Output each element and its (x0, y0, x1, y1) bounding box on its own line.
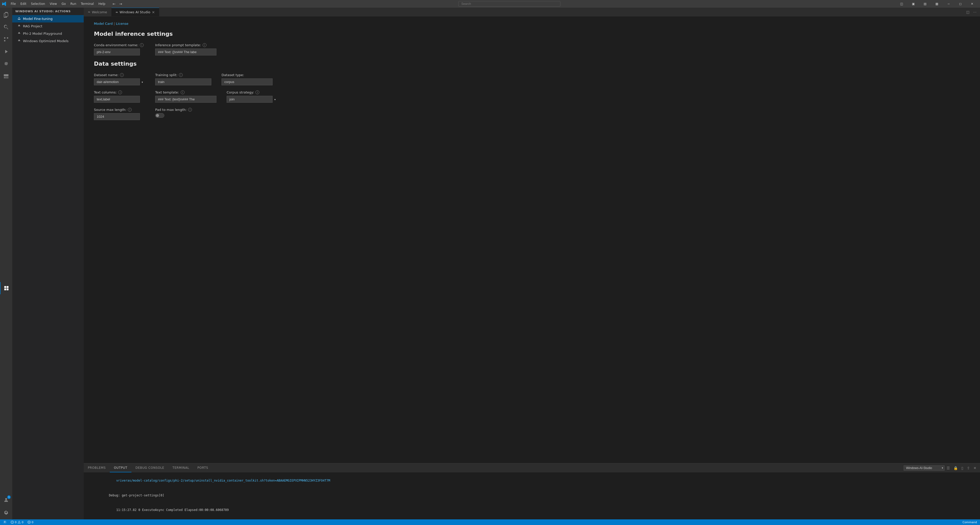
menu-terminal[interactable]: Terminal (79, 2, 96, 6)
menu-run[interactable]: Run (68, 2, 78, 6)
maximize-panel-button[interactable]: ⇧ (966, 465, 972, 471)
corpus-strategy-info-icon[interactable]: i (256, 91, 259, 94)
info-count: 0 (32, 521, 33, 524)
lock-output-button[interactable]: 🔒 (952, 465, 959, 471)
conda-env-group: Conda environment name: i (94, 43, 145, 56)
status-command[interactable]: Command (961, 521, 978, 524)
source-max-length-info-icon[interactable]: i (128, 108, 132, 112)
restore-button[interactable]: ◻ (955, 0, 966, 8)
account-badge: 1 (7, 495, 11, 499)
sidebar-label-rag-project: RAG Project (23, 24, 42, 28)
activity-source-control[interactable] (0, 33, 12, 45)
activity-search[interactable] (0, 21, 12, 33)
dataset-name-info-icon[interactable]: i (120, 73, 124, 77)
activity-remote-explorer[interactable] (0, 70, 12, 82)
split-editor-right-button[interactable]: ◫ (965, 9, 971, 15)
conda-env-input[interactable] (94, 48, 140, 56)
status-errors[interactable]: 0 0 (10, 519, 24, 525)
vscode-logo-icon (2, 2, 6, 6)
editor-area: ≈ Welcome ≈ Windows AI Studio ✕ ◫ ⋯ Mode… (84, 8, 980, 519)
dataset-type-group: Dataset type: (221, 73, 272, 85)
more-actions-button[interactable]: ⋯ (972, 9, 978, 15)
corpus-strategy-select[interactable]: join split (227, 96, 272, 103)
split-editor-button[interactable]: ▤ (919, 0, 931, 8)
status-remote[interactable] (2, 519, 8, 525)
inference-prompt-input[interactable] (155, 48, 216, 56)
breadcrumb: Model Card | License (94, 22, 970, 26)
activity-settings[interactable] (0, 506, 12, 519)
menu-edit[interactable]: Edit (18, 2, 28, 6)
sidebar-item-model-finetuning[interactable]: Model Fine-tuning (12, 15, 84, 22)
text-columns-info-icon[interactable]: i (118, 91, 122, 94)
copy-output-button[interactable]: ▯ (960, 465, 965, 471)
breadcrumb-model-card[interactable]: Model Card (94, 22, 113, 26)
close-panel-button[interactable]: ✕ (972, 465, 978, 471)
panel-tab-terminal[interactable]: TERMINAL (169, 463, 193, 472)
status-warnings[interactable]: 0 (27, 519, 35, 525)
panel-tab-problems[interactable]: PROBLEMS (84, 463, 110, 472)
sidebar-item-windows-models[interactable]: Windows Optimized Models (12, 37, 84, 45)
editor-layout-button[interactable]: ▣ (907, 0, 919, 8)
welcome-tab-icon: ≈ (88, 10, 90, 14)
windows-models-icon (18, 39, 21, 43)
tab-bar: ≈ Welcome ≈ Windows AI Studio ✕ ◫ ⋯ (84, 8, 980, 17)
tab-windows-ai-studio[interactable]: ≈ Windows AI Studio ✕ (111, 8, 159, 16)
menu-file[interactable]: File (9, 2, 18, 6)
menu-go[interactable]: Go (59, 2, 68, 6)
activity-account[interactable]: 1 (0, 494, 12, 506)
activity-run[interactable] (0, 45, 12, 58)
log-info-text-2: 11:15:27.82 0 ExecuteAsync Completed Ela… (109, 508, 229, 512)
sidebar-label-model-finetuning: Model Fine-tuning (23, 17, 52, 21)
dataset-name-select[interactable]: dair-ai/emotion (94, 78, 140, 85)
source-max-length-group: Source max length: i (94, 108, 145, 120)
output-selector[interactable]: Windows-AI-Studio (904, 466, 945, 471)
menu-help[interactable]: Help (97, 2, 107, 6)
nav-back-button[interactable]: ← (111, 1, 117, 6)
close-button[interactable]: ✕ (966, 0, 978, 8)
dataset-type-input[interactable] (221, 78, 272, 85)
sidebar-toggle-button[interactable]: ◫ (896, 0, 907, 8)
panel-tab-ports[interactable]: PORTS (193, 463, 212, 472)
tab-welcome[interactable]: ≈ Welcome (84, 8, 111, 16)
text-template-input[interactable] (155, 96, 216, 103)
training-split-label: Training split: i (155, 73, 211, 77)
pad-to-max-length-toggle[interactable] (155, 113, 164, 118)
conda-env-info-icon[interactable]: i (140, 43, 144, 47)
breadcrumb-license[interactable]: License (116, 22, 128, 26)
sidebar-label-phi2-playground: Phi-2 Model Playground (23, 32, 62, 35)
customize-layout-button[interactable]: ▦ (931, 0, 943, 8)
search-input[interactable] (458, 1, 560, 6)
svg-point-14 (19, 32, 20, 33)
editor-content[interactable]: Model Card | License Model inference set… (84, 17, 980, 463)
sidebar-item-rag-project[interactable]: RAG Project (12, 22, 84, 30)
dataset-name-select-wrapper: dair-ai/emotion ▾ (94, 78, 145, 85)
activity-extensions[interactable] (0, 58, 12, 70)
minimize-button[interactable]: − (943, 0, 955, 8)
svg-point-0 (4, 40, 6, 41)
svg-point-2 (4, 37, 6, 39)
windows-ai-studio-tab-icon: ≈ (116, 11, 118, 14)
activity-windows-ai-studio[interactable] (0, 282, 12, 294)
nav-forward-button[interactable]: → (118, 1, 123, 6)
source-max-length-input[interactable] (94, 113, 140, 120)
svg-point-12 (19, 18, 20, 18)
tab-close-button[interactable]: ✕ (152, 10, 155, 14)
training-split-input[interactable] (155, 78, 211, 85)
training-split-info-icon[interactable]: i (179, 73, 183, 77)
title-bar: File Edit Selection View Go Run Terminal… (0, 0, 980, 8)
pad-to-max-length-label: Pad to max length: i (155, 108, 206, 112)
text-template-info-icon[interactable]: i (181, 91, 185, 94)
sidebar-item-phi2-playground[interactable]: Phi-2 Model Playground (12, 30, 84, 37)
output-selector-wrapper: Windows-AI-Studio ▾ (904, 466, 945, 471)
menu-selection[interactable]: Selection (29, 2, 47, 6)
menu-view[interactable]: View (48, 2, 59, 6)
activity-explorer[interactable] (0, 9, 12, 21)
pad-to-max-length-info-icon[interactable]: i (188, 108, 192, 112)
status-right: Command (961, 521, 978, 524)
panel-tab-debug-console[interactable]: DEBUG CONSOLE (131, 463, 169, 472)
text-columns-input[interactable] (94, 96, 140, 103)
corpus-strategy-select-wrapper: join split ▾ (227, 96, 278, 103)
panel-tab-output[interactable]: OUTPUT (110, 463, 131, 472)
inference-prompt-info-icon[interactable]: i (203, 43, 207, 47)
clear-output-button[interactable]: ☰ (945, 465, 951, 471)
